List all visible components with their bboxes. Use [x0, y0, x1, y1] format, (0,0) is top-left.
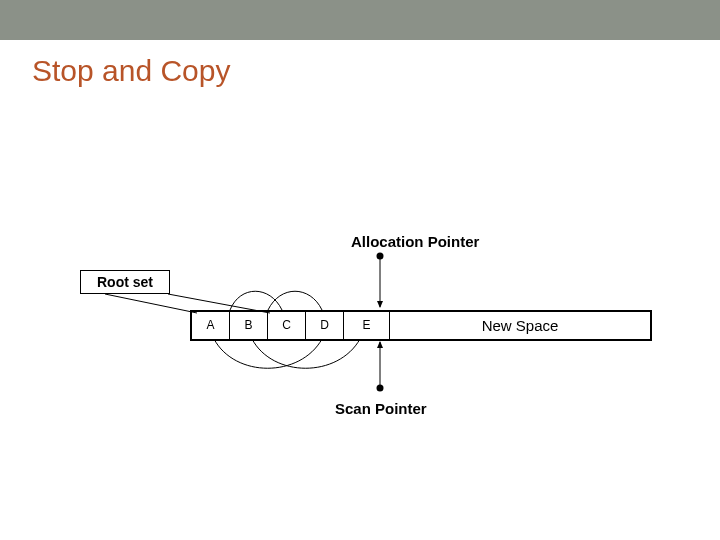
diagram-area: Allocation Pointer Root set A B C D E Ne… [0, 0, 720, 540]
connectors [0, 0, 720, 540]
